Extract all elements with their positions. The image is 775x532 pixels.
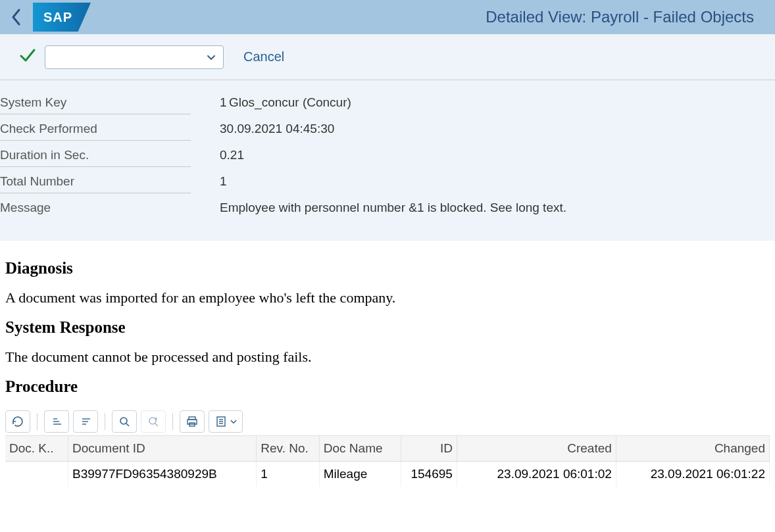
- table-header-row: Doc. K.. Document ID Rev. No. Doc Name I…: [5, 436, 770, 462]
- value-system-key-text: Glos_concur (Concur): [229, 95, 351, 110]
- title-bar: SAP Detailed View: Payroll - Failed Obje…: [0, 0, 775, 34]
- heading-procedure: Procedure: [5, 377, 770, 396]
- sort-desc-icon: [79, 415, 92, 428]
- accept-icon[interactable]: [18, 46, 37, 68]
- toolbar-separator: [37, 413, 38, 430]
- label-duration: Duration in Sec.: [0, 144, 191, 167]
- sap-logo-text: SAP: [43, 10, 72, 25]
- value-duration: 0.21: [191, 148, 244, 162]
- cell-doc-name: Mileage: [319, 462, 401, 487]
- text-system-response: The document cannot be processed and pos…: [5, 349, 770, 366]
- text-diagnosis: A document was imported for an employee …: [5, 289, 770, 306]
- sort-asc-icon: [50, 415, 63, 428]
- export-icon: [214, 415, 228, 428]
- cell-rev-no: 1: [257, 462, 319, 487]
- value-message: Employee with personnel number &1 is blo…: [191, 201, 566, 215]
- print-button[interactable]: [180, 410, 205, 433]
- col-created[interactable]: Created: [457, 436, 616, 462]
- refresh-button[interactable]: [5, 410, 30, 433]
- svg-point-6: [120, 418, 127, 424]
- chevron-left-icon: [11, 8, 22, 26]
- alv-toolbar: [5, 408, 770, 436]
- detail-info-block: System Key 1 Glos_concur (Concur) Check …: [0, 80, 775, 241]
- export-button[interactable]: [209, 410, 243, 433]
- toolbar-separator: [105, 413, 105, 430]
- result-table: Doc. K.. Document ID Rev. No. Doc Name I…: [5, 436, 770, 487]
- cell-doc-k: [5, 462, 68, 487]
- cell-changed: 23.09.2021 06:01:22: [616, 462, 769, 487]
- refresh-icon: [11, 415, 24, 428]
- sap-logo: SAP: [33, 3, 91, 32]
- label-total-number: Total Number: [0, 170, 191, 193]
- value-total-number: 1: [191, 174, 227, 189]
- col-doc-name[interactable]: Doc Name: [319, 436, 401, 462]
- app-toolbar: Cancel: [0, 34, 775, 80]
- cancel-button[interactable]: Cancel: [243, 49, 284, 64]
- svg-line-9: [155, 423, 158, 426]
- chevron-down-icon: [230, 418, 238, 425]
- sort-desc-button[interactable]: [73, 410, 98, 433]
- search-plus-icon: [147, 415, 160, 428]
- find-button[interactable]: [112, 410, 137, 433]
- back-button[interactable]: [0, 0, 33, 34]
- label-system-key: System Key: [0, 91, 191, 114]
- heading-system-response: System Response: [5, 318, 770, 337]
- cell-created: 23.09.2021 06:01:02: [457, 462, 616, 487]
- value-system-key-num: 1: [191, 95, 229, 110]
- svg-rect-13: [188, 420, 197, 424]
- print-icon: [186, 415, 199, 428]
- toolbar-separator: [172, 413, 173, 430]
- page-title: Detailed View: Payroll - Failed Objects: [91, 8, 770, 26]
- col-doc-k[interactable]: Doc. K..: [5, 436, 68, 462]
- view-select-combo[interactable]: [45, 45, 224, 69]
- chevron-down-icon: [206, 52, 216, 62]
- label-message: Message: [0, 197, 191, 219]
- value-check-performed: 30.09.2021 04:45:30: [191, 122, 334, 136]
- cell-id: 154695: [401, 462, 457, 487]
- heading-diagnosis: Diagnosis: [5, 259, 770, 278]
- cell-doc-id: B39977FD96354380929B: [68, 462, 256, 487]
- label-check-performed: Check Performed: [0, 118, 191, 141]
- col-changed[interactable]: Changed: [616, 436, 769, 462]
- find-next-button: [141, 410, 166, 433]
- svg-line-7: [126, 423, 129, 426]
- sort-asc-button[interactable]: [44, 410, 69, 433]
- col-rev-no[interactable]: Rev. No.: [257, 436, 319, 462]
- search-icon: [118, 415, 131, 428]
- long-text-area: Diagnosis A document was imported for an…: [0, 241, 775, 487]
- table-row[interactable]: B39977FD96354380929B 1 Mileage 154695 23…: [5, 462, 770, 487]
- col-id[interactable]: ID: [401, 436, 457, 462]
- col-doc-id[interactable]: Document ID: [68, 436, 256, 462]
